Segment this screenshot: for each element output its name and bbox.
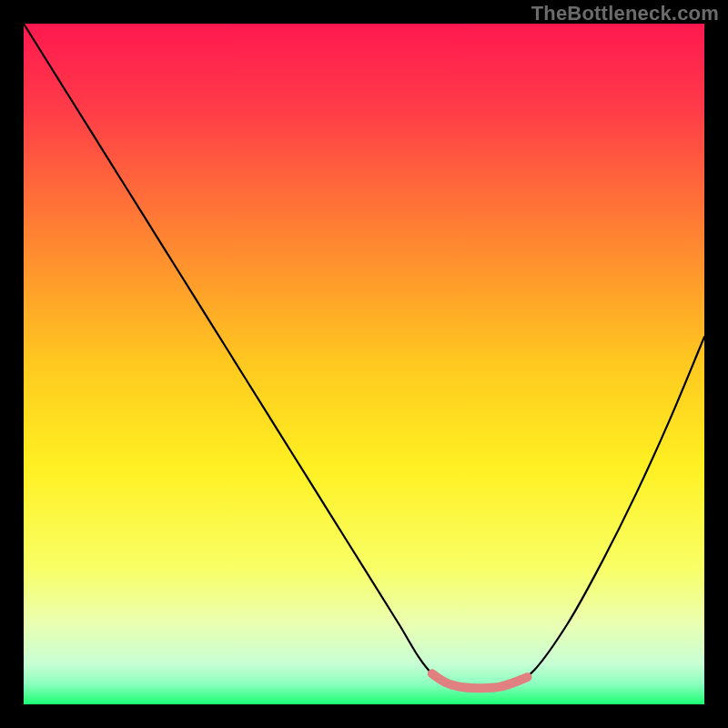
curve-layer [24,24,704,704]
sweet-spot-highlight [432,673,528,688]
chart-frame: TheBottleneck.com [0,0,728,728]
bottleneck-curve [24,24,704,688]
plot-area [24,24,704,704]
watermark-text: TheBottleneck.com [531,2,719,25]
